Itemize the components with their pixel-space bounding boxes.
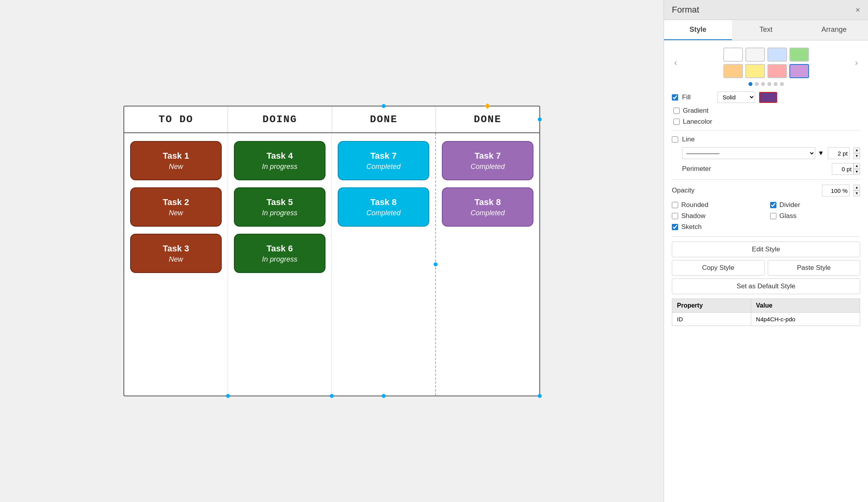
col-header-doing: DOING — [228, 106, 332, 132]
fill-color-box[interactable] — [759, 92, 777, 103]
panel-header: Format × — [664, 0, 868, 20]
swatch-dot-1[interactable] — [748, 82, 752, 86]
task-5-subtitle: In progress — [262, 209, 297, 217]
handle-diamond-done2[interactable] — [485, 103, 490, 109]
task-card-3[interactable]: Task 3 New — [130, 234, 222, 273]
swatch-dot-4[interactable] — [767, 82, 771, 86]
task-4-subtitle: In progress — [262, 163, 297, 171]
canvas-area: TO DO DOING DONE DONE Task 1 New — [0, 0, 664, 502]
fill-label: Fill — [682, 93, 714, 101]
handle-mid-right-done1[interactable] — [434, 262, 438, 266]
task-card-8-purple[interactable]: Task 8 Completed — [442, 187, 533, 227]
lanecolor-row: Lanecolor — [672, 118, 860, 126]
sketch-checkbox[interactable] — [672, 224, 678, 230]
line-pt-down[interactable]: ▼ — [853, 153, 860, 159]
opacity-label: Opacity — [672, 187, 818, 194]
task-4-title: Task 4 — [267, 151, 293, 161]
copy-style-button[interactable]: Copy Style — [672, 260, 765, 276]
shadow-checkbox[interactable] — [672, 213, 678, 219]
set-default-button[interactable]: Set as Default Style — [672, 278, 860, 294]
divider-checkbox[interactable] — [770, 202, 776, 208]
col-done2: Task 7 Completed Task 8 Completed — [436, 133, 539, 396]
task-2-title: Task 2 — [163, 197, 189, 207]
swatch-lightgray[interactable] — [745, 48, 765, 62]
task-7-purple-subtitle: Completed — [471, 163, 505, 171]
task-8-cyan-subtitle: Completed — [366, 209, 401, 217]
line-style-container: —————— - - - - - · · · · · ▼ — [682, 147, 824, 159]
task-card-8-cyan[interactable]: Task 8 Completed — [338, 187, 429, 227]
task-card-5[interactable]: Task 5 In progress — [234, 187, 326, 227]
swatch-next-icon[interactable]: › — [853, 58, 860, 68]
handle-bottom-done1[interactable] — [382, 394, 386, 398]
kanban-header: TO DO DOING DONE DONE — [124, 106, 539, 133]
swatch-lightorange[interactable] — [723, 64, 743, 78]
opacity-up[interactable]: ▲ — [853, 185, 860, 191]
line-pt-up[interactable]: ▲ — [853, 147, 860, 153]
property-table: Property Value ID N4p4CH-c-pdo — [672, 299, 860, 326]
perimeter-pt-down[interactable]: ▼ — [853, 169, 860, 175]
swatch-purple[interactable] — [789, 64, 809, 78]
line-style-select[interactable]: —————— - - - - - · · · · · — [682, 147, 815, 159]
perimeter-pt-spinner: ▲ ▼ — [853, 163, 860, 175]
handle-bottom-right[interactable] — [538, 394, 542, 398]
divider-3 — [672, 236, 860, 237]
swatch-dot-6[interactable] — [780, 82, 784, 86]
task-2-subtitle: New — [169, 209, 183, 217]
panel-title: Format — [672, 5, 699, 15]
glass-item: Glass — [770, 212, 861, 220]
gradient-label: Gradient — [683, 107, 714, 115]
col-todo: Task 1 New Task 2 New Task 3 New — [124, 133, 228, 396]
swatch-lightblue[interactable] — [767, 48, 787, 62]
task-card-2[interactable]: Task 2 New — [130, 187, 222, 227]
table-row: ID N4p4CH-c-pdo — [672, 313, 860, 326]
task-6-title: Task 6 — [267, 244, 293, 254]
swatch-prev-icon[interactable]: ‹ — [672, 58, 679, 68]
swatch-white[interactable] — [723, 48, 743, 62]
handle-top-done[interactable] — [382, 104, 386, 108]
paste-style-button[interactable]: Paste Style — [768, 260, 861, 276]
shadow-label: Shadow — [681, 212, 705, 220]
lanecolor-label: Lanecolor — [683, 118, 714, 126]
swatch-dots — [672, 82, 860, 86]
task-card-1[interactable]: Task 1 New — [130, 141, 222, 180]
handle-bottom-center[interactable] — [330, 394, 334, 398]
tab-text[interactable]: Text — [732, 20, 800, 40]
opacity-down[interactable]: ▼ — [853, 191, 860, 196]
perimeter-row: Perimeter ▲ ▼ — [672, 163, 860, 175]
gradient-checkbox[interactable] — [673, 108, 680, 114]
fill-checkbox[interactable] — [672, 94, 678, 101]
task-7-cyan-title: Task 7 — [370, 151, 397, 161]
task-card-7-cyan[interactable]: Task 7 Completed — [338, 141, 429, 180]
swatch-dot-3[interactable] — [761, 82, 765, 86]
kanban-board: TO DO DOING DONE DONE Task 1 New — [123, 106, 540, 396]
swatch-lightyellow[interactable] — [745, 64, 765, 78]
perimeter-pt-input[interactable] — [832, 163, 853, 175]
glass-checkbox[interactable] — [770, 213, 776, 219]
swatch-lightgreen[interactable] — [789, 48, 809, 62]
fill-style-select[interactable]: Solid Gradient None — [717, 92, 755, 103]
swatch-dot-2[interactable] — [755, 82, 759, 86]
handle-bottom-left[interactable] — [226, 394, 230, 398]
task-card-6[interactable]: Task 6 In progress — [234, 234, 326, 273]
tab-style[interactable]: Style — [664, 20, 732, 40]
sketch-item: Sketch — [672, 223, 762, 231]
swatch-lightred[interactable] — [767, 64, 787, 78]
line-checkbox[interactable] — [672, 136, 678, 143]
close-icon[interactable]: × — [855, 5, 860, 15]
line-pt-input[interactable] — [828, 147, 850, 159]
task-1-subtitle: New — [169, 163, 183, 171]
task-card-4[interactable]: Task 4 In progress — [234, 141, 326, 180]
perimeter-pt-up[interactable]: ▲ — [853, 163, 860, 169]
edit-style-button[interactable]: Edit Style — [672, 242, 860, 257]
tab-arrange[interactable]: Arrange — [800, 20, 868, 40]
opacity-input[interactable] — [822, 185, 850, 196]
handle-right-done2[interactable] — [538, 117, 542, 121]
task-7-purple-title: Task 7 — [474, 151, 501, 161]
col-doing: Task 4 In progress Task 5 In progress Ta… — [228, 133, 332, 396]
panel-tabs: Style Text Arrange — [664, 20, 868, 40]
lanecolor-checkbox[interactable] — [673, 119, 680, 125]
swatch-dot-5[interactable] — [774, 82, 778, 86]
property-id-label: ID — [672, 313, 751, 326]
rounded-checkbox[interactable] — [672, 202, 678, 208]
task-card-7-purple[interactable]: Task 7 Completed — [442, 141, 533, 180]
